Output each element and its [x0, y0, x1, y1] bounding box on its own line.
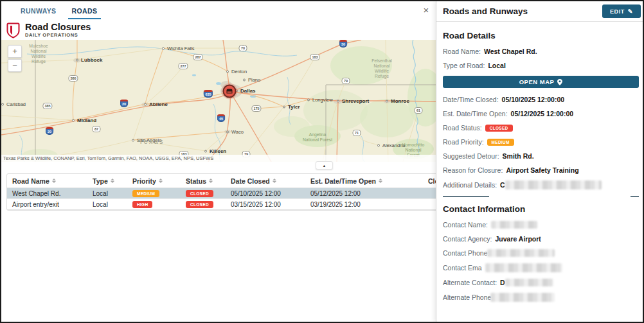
highway-shield: 385 [42, 103, 52, 109]
juvare-shield-logo [6, 22, 20, 39]
field-reason: Reason for Closure: Airport Safety Train… [443, 166, 639, 174]
map-canvas[interactable]: LubbockWichita FallsDentonPlanoDallasAbi… [1, 40, 436, 162]
location-pin-icon [557, 79, 562, 85]
col-priority[interactable]: Priority [127, 177, 181, 185]
map-city-label: Plano [244, 77, 260, 83]
tab-roads[interactable]: ROADS [64, 1, 105, 21]
field-type-of-road: Type of Road: Local [443, 62, 639, 69]
table-row[interactable]: West Chapel Rd. Local MEDIUM CLOSED 05/1… [7, 188, 436, 199]
details-panel: Roads and Runways EDIT✎ Road Details Roa… [436, 1, 644, 322]
map-city-label: Denton [228, 69, 247, 74]
table-collapse-button[interactable]: ▲ [316, 161, 333, 170]
interstate-shield: 45 [217, 114, 226, 122]
field-contact-name: Contact Name: [443, 221, 639, 229]
field-alternate-phone: Alternate Phone [443, 293, 639, 302]
sort-icon[interactable] [273, 179, 276, 183]
col-date-closed[interactable]: Date Closed [226, 177, 305, 185]
open-map-button[interactable]: OPEN MAP [443, 76, 639, 88]
edit-button[interactable]: EDIT✎ [602, 4, 641, 18]
redacted-value [505, 180, 602, 189]
field-suggested-detour: Suggested Detour: Smith Rd. [443, 152, 639, 160]
sort-icon[interactable] [159, 179, 163, 183]
interstate-shield: 20 [120, 100, 129, 107]
map-city-label: Dallas [237, 88, 256, 94]
field-road-name: Road Name: West Chapel Rd. [443, 48, 639, 55]
panel-title: Roads and Runways [443, 6, 528, 16]
road-details-heading: Road Details [443, 31, 639, 40]
highway-shield: 79 [342, 78, 350, 84]
table-row[interactable]: Airport entry/exit Local HIGH CLOSED 03/… [7, 199, 436, 210]
status-badge: CLOSED [186, 201, 213, 208]
chevron-up-icon: ▲ [323, 164, 326, 168]
field-contact-agency: Contact Agency: Juvare Airport [443, 235, 639, 243]
zoom-in-button[interactable]: + [8, 45, 22, 58]
interstate-shield: 30 [339, 40, 348, 48]
map-area-label: Texas [139, 139, 165, 144]
map-city-label: Wichita Falls [163, 46, 195, 51]
highway-shield: 380 [68, 75, 78, 82]
highway-shield: 71 [353, 130, 361, 136]
map-city-label: Alexandria [379, 143, 405, 148]
status-badge: CLOSED [485, 125, 513, 132]
interstate-shield: 635 [203, 90, 213, 98]
map-labels-layer: LubbockWichita FallsDentonPlanoDallasAbi… [1, 40, 436, 162]
field-road-priority: Road Priority: MEDIUM [443, 138, 639, 146]
highway-shield: 70 [239, 45, 247, 51]
col-type[interactable]: Type [87, 177, 127, 185]
map-city-label: Longview [309, 97, 333, 103]
redacted-value [505, 279, 553, 286]
map-city-label: Carlsbad [3, 101, 26, 107]
map-city-label: Tyler [284, 104, 300, 110]
tab-bar: RUNWAYS ROADS × [1, 1, 436, 21]
close-icon[interactable]: × [420, 4, 432, 16]
field-contact-email: Contact Ema [443, 263, 639, 272]
priority-badge: HIGH [132, 201, 152, 208]
road-closure-marker[interactable] [223, 85, 237, 98]
pencil-icon: ✎ [628, 8, 633, 15]
page-header: Road Closures DAILY OPERATIONS [1, 21, 436, 40]
redacted-value [487, 249, 555, 257]
map-city-label: Midland [73, 118, 96, 123]
panel-header: Roads and Runways EDIT✎ [436, 1, 644, 22]
col-est-open[interactable]: Est. Date/Time Open [305, 177, 423, 185]
highway-shield: 277 [178, 63, 188, 69]
sort-icon[interactable] [52, 179, 56, 183]
sort-icon[interactable] [111, 179, 114, 183]
map-attribution: Texas Parks & Wildlife, CONANP, Esri, To… [1, 155, 436, 162]
sort-icon[interactable] [209, 179, 213, 183]
map-city-label: Monroe [387, 98, 409, 104]
redacted-value [491, 221, 537, 229]
col-status[interactable]: Status [181, 177, 226, 185]
col-road-name[interactable]: Road Name [7, 177, 87, 185]
map-city-label: Lubbock [77, 57, 102, 63]
sort-icon[interactable] [379, 179, 382, 183]
map-city-label: Waco [228, 129, 244, 135]
status-badge: CLOSED [186, 190, 213, 197]
map-area-label: Felsenthal National Wildlife Refuge [371, 58, 391, 79]
highway-shield: 61 [415, 107, 423, 114]
highway-shield: 175 [251, 105, 261, 112]
page-subtitle: DAILY OPERATIONS [25, 32, 91, 38]
col-closure[interactable]: Clos [423, 177, 436, 185]
priority-badge: MEDIUM [132, 190, 159, 197]
redacted-value [490, 293, 555, 302]
highway-shield: 87 [93, 126, 101, 132]
field-additional-details: Additional Details: C [443, 180, 639, 189]
page-title: Road Closures [25, 22, 91, 32]
map-city-label: Killeen [206, 148, 226, 154]
table-header-row: Road Name Type Priority Status Date Clos… [7, 174, 436, 188]
highway-shield: 287 [193, 54, 202, 60]
field-date-closed: Date/Time Closed: 05/10/2025 12:00:00 [443, 96, 639, 103]
contact-info-heading: Contact Information [443, 204, 639, 214]
tab-runways[interactable]: RUNWAYS [13, 1, 64, 21]
field-est-open: Est. Date/Time Open: 05/12/2025 12:00:00 [443, 110, 639, 118]
field-contact-phone: Contact Phone: [443, 249, 639, 257]
map-city-label: Abilene [145, 101, 168, 107]
section-divider [443, 196, 639, 196]
map-city-label: Shreveport [338, 98, 369, 104]
highway-shield: 183 [310, 54, 319, 60]
left-region: RUNWAYS ROADS × Road Closures DAILY OPER… [1, 1, 436, 322]
zoom-out-button[interactable]: − [8, 59, 22, 72]
app-window: RUNWAYS ROADS × Road Closures DAILY OPER… [0, 0, 644, 323]
map-area-label: Angelina National Forest [303, 132, 332, 143]
